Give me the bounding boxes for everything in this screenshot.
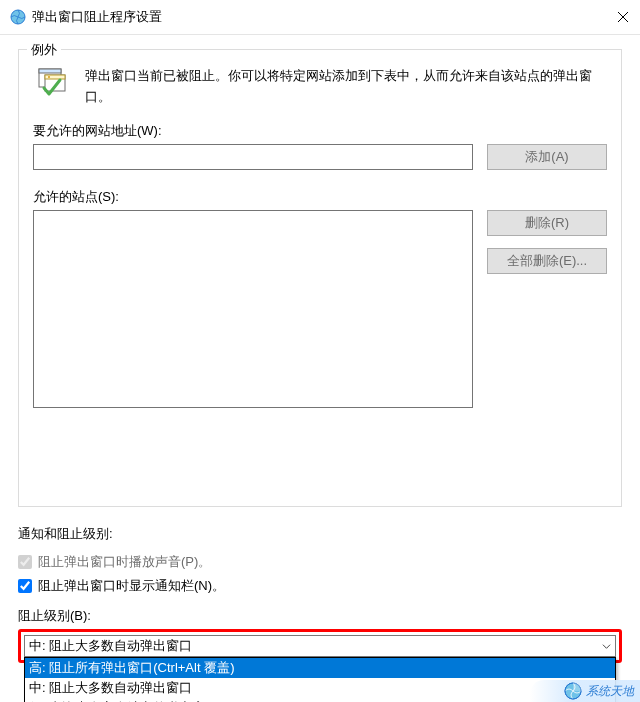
allowed-sites-list[interactable] xyxy=(33,210,473,408)
window-body: 例外 弹出窗口当前已被阻止。你可以将特定网站添加到下表中，从而允许来自该站点的弹… xyxy=(0,35,640,663)
show-infobar-checkbox[interactable] xyxy=(18,579,32,593)
allowed-sites-row: 删除(R) 全部删除(E)... xyxy=(33,210,607,408)
blocking-level-option-medium[interactable]: 中: 阻止大多数自动弹出窗口 xyxy=(25,678,615,698)
address-input[interactable] xyxy=(33,144,473,170)
add-button[interactable]: 添加(A) xyxy=(487,144,607,170)
intro-row: 弹出窗口当前已被阻止。你可以将特定网站添加到下表中，从而允许来自该站点的弹出窗口… xyxy=(33,66,607,108)
close-button[interactable] xyxy=(606,0,640,34)
address-label: 要允许的网站地址(W): xyxy=(33,122,607,140)
exceptions-legend: 例外 xyxy=(27,41,61,59)
address-row: 添加(A) xyxy=(33,144,607,170)
watermark-globe-icon xyxy=(564,682,582,700)
close-icon xyxy=(618,12,628,22)
blocking-level-option-low[interactable]: 低: 允许来自安全站点的弹出窗口 xyxy=(25,698,615,702)
blocking-level-selected: 中: 阻止大多数自动弹出窗口 xyxy=(29,637,192,655)
exceptions-group: 例外 弹出窗口当前已被阻止。你可以将特定网站添加到下表中，从而允许来自该站点的弹… xyxy=(18,49,622,507)
blocking-level-combo[interactable]: 中: 阻止大多数自动弹出窗口 高: 阻止所有弹出窗口(Ctrl+Alt 覆盖) … xyxy=(24,635,616,657)
watermark-text: 系统天地 xyxy=(586,683,634,700)
titlebar: 弹出窗口阻止程序设置 xyxy=(0,0,640,35)
blocking-level-option-high[interactable]: 高: 阻止所有弹出窗口(Ctrl+Alt 覆盖) xyxy=(25,658,615,678)
watermark: 系统天地 xyxy=(530,680,640,702)
delete-button[interactable]: 删除(R) xyxy=(487,210,607,236)
blocking-level-highlight: 中: 阻止大多数自动弹出窗口 高: 阻止所有弹出窗口(Ctrl+Alt 覆盖) … xyxy=(18,629,622,663)
notifications-section-label: 通知和阻止级别: xyxy=(18,525,622,543)
window-title: 弹出窗口阻止程序设置 xyxy=(32,8,606,26)
popup-blocker-settings-window: 弹出窗口阻止程序设置 例外 xyxy=(0,0,640,702)
allowed-sites-label: 允许的站点(S): xyxy=(33,188,607,206)
blocking-level-select[interactable]: 中: 阻止大多数自动弹出窗口 xyxy=(24,635,616,657)
svg-rect-4 xyxy=(39,69,61,73)
blocking-level-label: 阻止级别(B): xyxy=(18,607,622,625)
globe-icon xyxy=(10,9,26,25)
svg-point-7 xyxy=(48,76,50,78)
show-infobar-checkbox-row: 阻止弹出窗口时显示通知栏(N)。 xyxy=(18,577,622,595)
intro-text: 弹出窗口当前已被阻止。你可以将特定网站添加到下表中，从而允许来自该站点的弹出窗口… xyxy=(85,66,607,108)
show-infobar-label: 阻止弹出窗口时显示通知栏(N)。 xyxy=(38,577,225,595)
popup-allowed-icon xyxy=(37,66,69,98)
play-sound-checkbox[interactable] xyxy=(18,555,32,569)
blocking-level-dropdown: 高: 阻止所有弹出窗口(Ctrl+Alt 覆盖) 中: 阻止大多数自动弹出窗口 … xyxy=(24,657,616,702)
delete-all-button[interactable]: 全部删除(E)... xyxy=(487,248,607,274)
play-sound-checkbox-row: 阻止弹出窗口时播放声音(P)。 xyxy=(18,553,622,571)
play-sound-label: 阻止弹出窗口时播放声音(P)。 xyxy=(38,553,211,571)
